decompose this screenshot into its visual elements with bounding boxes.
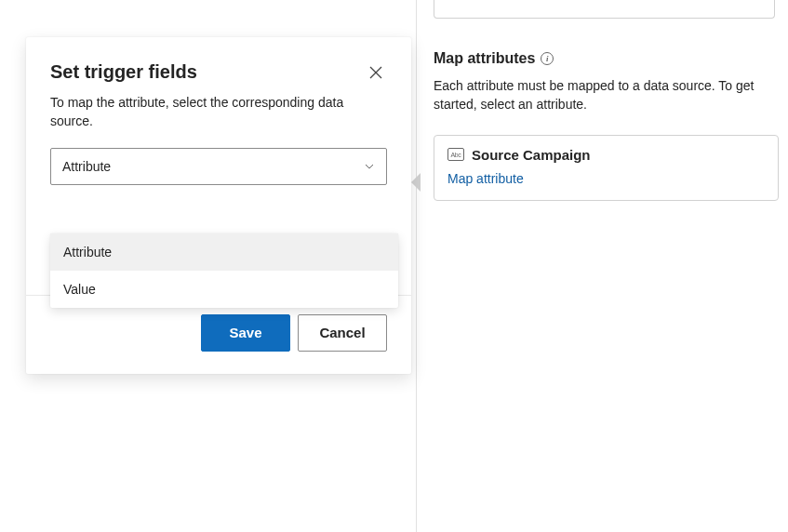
map-attributes-title-text: Map attributes <box>434 50 535 67</box>
close-icon <box>369 66 382 79</box>
map-attribute-link[interactable]: Map attribute <box>447 171 524 186</box>
modal-description: To map the attribute, select the corresp… <box>50 93 387 131</box>
close-button[interactable] <box>365 61 387 84</box>
cancel-button[interactable]: Cancel <box>298 314 387 352</box>
callout-pointer <box>411 173 421 192</box>
vertical-divider <box>416 0 417 532</box>
dropdown-option-attribute[interactable]: Attribute <box>50 233 398 271</box>
attribute-dropdown[interactable]: Attribute <box>50 148 387 185</box>
right-panel: Map attributes i Each attribute must be … <box>434 0 779 201</box>
attribute-card-title: Source Campaign <box>472 147 591 163</box>
attribute-card-header: Abc Source Campaign <box>447 147 765 163</box>
info-icon[interactable]: i <box>541 52 554 65</box>
modal-title: Set trigger fields <box>50 61 197 83</box>
set-trigger-fields-modal: Set trigger fields To map the attribute,… <box>26 37 411 374</box>
text-type-icon: Abc <box>447 148 464 161</box>
dropdown-option-value[interactable]: Value <box>50 271 398 308</box>
map-attributes-description: Each attribute must be mapped to a data … <box>434 76 779 114</box>
map-attributes-heading: Map attributes i <box>434 50 779 67</box>
attribute-card[interactable]: Abc Source Campaign Map attribute <box>434 135 779 201</box>
save-button[interactable]: Save <box>201 314 290 352</box>
modal-header: Set trigger fields <box>26 37 411 93</box>
dropdown-selected-text: Attribute <box>62 159 111 174</box>
chevron-down-icon <box>364 161 375 172</box>
dropdown-menu: Attribute Value <box>50 233 398 308</box>
modal-body: To map the attribute, select the corresp… <box>26 93 411 194</box>
